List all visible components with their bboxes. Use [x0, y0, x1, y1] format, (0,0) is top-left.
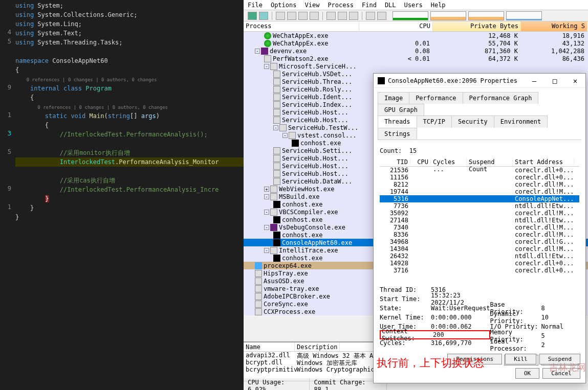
- handle-icon[interactable]: [310, 12, 319, 20]
- tab-image[interactable]: Image: [378, 92, 409, 104]
- dll-row[interactable]: bcrypt.dllWindows 加密基元库: [244, 359, 387, 366]
- thread-row[interactable]: 8212coreclr.dll!M...: [380, 181, 579, 188]
- col-suspend[interactable]: Suspend Count: [467, 157, 513, 166]
- sysinfo-icon[interactable]: [276, 12, 285, 20]
- tab-environment[interactable]: Environment: [494, 116, 548, 128]
- toolbar[interactable]: [244, 10, 588, 21]
- tab-strip[interactable]: ImagePerformancePerformance GraphGPU Gra…: [378, 92, 581, 140]
- prop-row: State:Wait:UserRequest: [380, 304, 490, 313]
- thread-row[interactable]: 34968coreclr.dll!G...: [380, 238, 579, 245]
- count-value: 15: [409, 147, 417, 154]
- save-icon[interactable]: [248, 12, 257, 20]
- process-row[interactable]: PerfWatson2.exe< 0.0164,372 K86,436: [244, 55, 588, 62]
- tree-icon[interactable]: [287, 12, 296, 20]
- dialog-title: ConsoleAppNet60.exe:2096 Properties: [388, 77, 517, 84]
- menubar[interactable]: FileOptionsViewProcessFindDLLUsersHelp: [244, 0, 588, 10]
- menu-view[interactable]: View: [304, 2, 319, 9]
- tab-strings[interactable]: Strings: [378, 128, 417, 140]
- col-cpu[interactable]: CPU: [410, 157, 431, 166]
- thread-row[interactable]: 27148ntdll.dll!Etw...: [380, 217, 579, 224]
- app-icon: [378, 77, 385, 84]
- col-process[interactable]: Process: [244, 21, 359, 31]
- process-row[interactable]: WeChatAppEx.exe0.0155,704 K43,132: [244, 39, 588, 47]
- thread-row[interactable]: 7736ntdll.dll!Etw...: [380, 202, 579, 210]
- col-cycles[interactable]: Cycles ...: [431, 157, 467, 166]
- prop-row: Context Switches:200: [380, 330, 490, 339]
- menu-file[interactable]: File: [248, 2, 263, 9]
- thread-row[interactable]: 3716coreclr.dll+0...: [380, 267, 579, 274]
- thread-row[interactable]: 35092coreclr.dll!M...: [380, 210, 579, 217]
- mem-graph2[interactable]: [468, 11, 504, 20]
- ok-button[interactable]: OK: [515, 368, 539, 379]
- prop-row: Cycles:316,699,770: [380, 338, 490, 348]
- dialog-titlebar[interactable]: ConsoleAppNet60.exe:2096 Properties — □ …: [374, 74, 585, 88]
- dll-row[interactable]: advapi32.dll高级 Windows 32 基本 AP: [244, 352, 387, 359]
- target-icon[interactable]: [338, 12, 347, 20]
- tab-tcp-ip[interactable]: TCP/IP: [417, 116, 452, 128]
- menu-dll[interactable]: DLL: [385, 2, 396, 9]
- prop-row: Kernel Time:0:00:00.000: [380, 313, 490, 322]
- tab-performance-graph[interactable]: Performance Graph: [463, 92, 539, 104]
- binoculars-icon[interactable]: [366, 12, 375, 20]
- process-row[interactable]: -Microsoft.ServiceH...: [244, 62, 588, 70]
- thread-row[interactable]: 11156coreclr.dll+0...: [380, 174, 579, 181]
- thread-row[interactable]: 8336coreclr.dll!M...: [380, 231, 579, 238]
- refresh-icon[interactable]: [259, 12, 268, 20]
- thread-list[interactable]: 21536coreclr.dll+0...11156coreclr.dll+0.…: [380, 167, 579, 279]
- tab-security[interactable]: Security: [451, 116, 494, 128]
- process-row[interactable]: WeChatAppEx.exe12,468 K18,916: [244, 32, 588, 39]
- props-icon[interactable]: [377, 12, 386, 20]
- col-name[interactable]: Name: [244, 342, 295, 351]
- watermark: 吉林龙网: [549, 361, 586, 374]
- status-bar: CPU Usage: 6.02% Commit Charge: 88.1: [244, 381, 387, 390]
- thread-row[interactable]: 19744coreclr.dll!M...: [380, 188, 579, 195]
- thread-row[interactable]: 5316ConsoleAppNet...: [380, 195, 579, 202]
- col-tid[interactable]: TID: [380, 157, 410, 166]
- find-icon[interactable]: [326, 12, 336, 20]
- menu-find[interactable]: Find: [362, 2, 377, 9]
- dll-headers[interactable]: Name Description: [244, 342, 387, 352]
- code-area[interactable]: using System;using System.Collections.Ge…: [15, 0, 244, 390]
- maximize-button[interactable]: □: [545, 74, 565, 88]
- io-graph[interactable]: [506, 11, 542, 20]
- tab-performance[interactable]: Performance: [409, 92, 463, 104]
- col-cpu[interactable]: CPU: [359, 21, 433, 31]
- thread-row[interactable]: 14304coreclr.dll!M...: [380, 245, 579, 253]
- properties-dialog: ConsoleAppNet60.exe:2096 Properties — □ …: [373, 73, 586, 383]
- thread-props: Thread ID:5316Start Time:15:32:23 2022/1…: [380, 279, 579, 350]
- prop-row: Ideal Processor:2: [490, 340, 579, 350]
- menu-process[interactable]: Process: [328, 2, 354, 9]
- count-label: Count:: [380, 147, 402, 154]
- tab-gpu-graph[interactable]: GPU Graph: [378, 104, 424, 116]
- process-row[interactable]: -devenv.exe0.08871,360 K1,042,288: [244, 47, 588, 55]
- dll-icon[interactable]: [298, 12, 308, 20]
- status-cpu: CPU Usage: 6.02%: [244, 379, 310, 391]
- menu-options[interactable]: Options: [271, 2, 297, 9]
- process-headers[interactable]: Process CPU Private Bytes Working S: [244, 21, 588, 32]
- menu-users[interactable]: Users: [404, 2, 423, 9]
- graph-strip: [393, 11, 542, 20]
- prop-row: Start Time:15:32:23 2022/11/2: [380, 294, 490, 304]
- menu-help[interactable]: Help: [431, 2, 446, 9]
- mem-graph[interactable]: [430, 11, 466, 20]
- dll-row[interactable]: bcryptprimitivWindows Cryptographic P: [244, 366, 387, 373]
- close-button[interactable]: ✕: [565, 74, 585, 88]
- col-description[interactable]: Description: [295, 342, 340, 351]
- thread-headers[interactable]: TID CPU Cycles ... Suspend Count Start A…: [380, 157, 579, 167]
- line-gutter: 45913591: [0, 0, 14, 390]
- annotation-text: 执行前，上下切换状态: [377, 356, 484, 370]
- thread-row[interactable]: 21536coreclr.dll+0...: [380, 167, 579, 174]
- code-editor: 45913591 using System;using System.Colle…: [0, 0, 244, 390]
- minimize-button[interactable]: —: [524, 74, 545, 88]
- tab-threads[interactable]: Threads: [378, 116, 417, 128]
- cpu-graph[interactable]: [393, 11, 428, 20]
- kill-icon[interactable]: [349, 12, 358, 20]
- col-working-set[interactable]: Working S: [521, 21, 587, 31]
- dll-panel[interactable]: Name Description advapi32.dll高级 Windows …: [244, 341, 387, 378]
- thread-row[interactable]: 7340coreclr.dll!M...: [380, 224, 579, 231]
- thread-row[interactable]: 26432ntdll.dll!Etw...: [380, 253, 579, 260]
- col-start-address[interactable]: Start Address: [513, 157, 574, 166]
- kill-button[interactable]: Kill: [505, 354, 536, 364]
- thread-row[interactable]: 14928coreclr.dll+0...: [380, 260, 579, 267]
- col-private-bytes[interactable]: Private Bytes: [433, 21, 521, 31]
